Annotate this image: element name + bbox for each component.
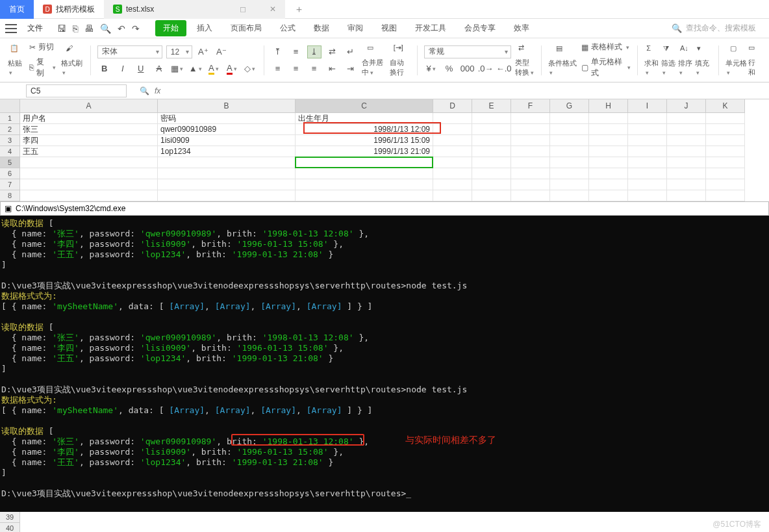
cell[interactable] (628, 135, 667, 146)
ribbon-tab-review[interactable]: 审阅 (340, 20, 371, 36)
cell[interactable]: qwer090910989 (158, 124, 296, 135)
cell[interactable] (550, 135, 589, 146)
row-header[interactable]: 2 (0, 124, 20, 135)
spreadsheet-grid[interactable]: A B C D E F G H I J K 1 用户名 密码 出生年月 2 张三… (0, 99, 769, 201)
indent-dec-icon[interactable]: ⇤ (325, 62, 340, 75)
cell[interactable] (706, 124, 745, 135)
ribbon-tab-formula[interactable]: 公式 (272, 20, 303, 36)
cell[interactable] (589, 146, 628, 157)
qat-print-icon[interactable]: 🖶 (84, 23, 94, 34)
cell[interactable] (550, 179, 589, 190)
cell[interactable] (628, 157, 667, 168)
ribbon-tab-insert[interactable]: 插入 (189, 20, 220, 36)
cell[interactable] (433, 146, 472, 157)
thousands-icon[interactable]: 000 (460, 62, 475, 75)
cell[interactable] (511, 168, 550, 179)
border-button[interactable]: ▦▾ (170, 62, 184, 75)
cell[interactable] (589, 124, 628, 135)
type-convert-button[interactable]: ⇄ 类型转换▾ (515, 44, 535, 77)
cell[interactable] (472, 124, 511, 135)
cell[interactable] (511, 135, 550, 146)
cell[interactable]: 王五 (20, 146, 158, 157)
cell[interactable]: 1996/1/13 15:09 (296, 135, 433, 146)
align-right-icon[interactable]: ≡ (307, 62, 321, 75)
cell[interactable] (472, 113, 511, 124)
row-header[interactable]: 6 (0, 168, 20, 179)
cmd-body[interactable]: 读取的数据 [ { name: '张三', password: 'qwer090… (0, 216, 769, 512)
cell[interactable] (667, 146, 706, 157)
cell[interactable] (706, 135, 745, 146)
align-top-icon[interactable]: ⤒ (271, 45, 285, 58)
tab-template[interactable]: D 找稻壳模板 (34, 0, 104, 19)
table-style-button[interactable]: ▦ 表格样式▾ (581, 42, 631, 53)
increase-font-icon[interactable]: A⁺ (196, 45, 210, 58)
cell[interactable] (20, 190, 158, 201)
cell[interactable]: 李四 (20, 135, 158, 146)
sum-button[interactable]: Σ求和▾ (644, 44, 661, 76)
cell[interactable]: 用户名 (20, 113, 158, 124)
indent-inc-icon[interactable]: ⇥ (344, 62, 358, 75)
cell[interactable] (472, 135, 511, 146)
cell[interactable]: 密码 (158, 113, 296, 124)
cell[interactable] (158, 190, 296, 201)
cell[interactable] (296, 168, 433, 179)
col-header[interactable]: J (667, 99, 706, 113)
dec-inc-icon[interactable]: .0→ (479, 62, 493, 75)
cell[interactable] (667, 190, 706, 201)
cell[interactable] (433, 113, 472, 124)
cell[interactable] (589, 190, 628, 201)
col-header[interactable]: E (472, 99, 511, 113)
cell[interactable] (589, 168, 628, 179)
cell[interactable] (472, 168, 511, 179)
col-header[interactable]: K (706, 99, 745, 113)
format-painter-button[interactable]: 🖌 格式刷▾ (61, 44, 84, 76)
fill-color-button[interactable]: ▲▾ (188, 62, 203, 75)
cell[interactable] (472, 157, 511, 168)
col-header[interactable]: D (433, 99, 472, 113)
cell[interactable] (433, 190, 472, 201)
fx-icon[interactable]: fx (155, 86, 160, 95)
cell[interactable] (667, 168, 706, 179)
col-header[interactable]: A (20, 99, 158, 113)
qat-save-icon[interactable]: 🖫 (57, 23, 66, 34)
new-tab-button[interactable]: ＋ (285, 3, 313, 16)
cell[interactable] (550, 124, 589, 135)
cell[interactable] (706, 146, 745, 157)
row-header[interactable]: 5 (0, 157, 20, 168)
cell[interactable] (296, 179, 433, 190)
cell[interactable] (667, 113, 706, 124)
qat-preview-icon[interactable]: 🔍 (100, 23, 111, 34)
command-search[interactable]: 🔍 查找命令、搜索模板 (672, 23, 756, 34)
cell[interactable] (550, 157, 589, 168)
cell[interactable] (589, 135, 628, 146)
paste-button[interactable]: 📋 粘贴▾ (8, 44, 24, 76)
wrap-icon[interactable]: ↵ (344, 45, 358, 58)
cell[interactable]: 出生年月 (296, 113, 433, 124)
cell[interactable] (472, 179, 511, 190)
qat-redo-icon[interactable]: ↷ (132, 23, 140, 34)
cell[interactable]: 1999/1/13 21:09 (296, 146, 433, 157)
italic-button[interactable]: I (116, 62, 130, 75)
cell[interactable] (511, 157, 550, 168)
cell[interactable] (158, 179, 296, 190)
currency-icon[interactable]: ¥▾ (424, 62, 438, 75)
font-color-button[interactable]: A▾ (225, 62, 239, 75)
row-header[interactable]: 39 (0, 512, 20, 523)
cell[interactable] (511, 113, 550, 124)
cell[interactable] (511, 190, 550, 201)
cell[interactable] (706, 157, 745, 168)
cell-style-button[interactable]: ▢ 单元格样式▾ (581, 57, 631, 79)
orientation-icon[interactable]: ⇄ (325, 45, 340, 58)
wrap-text-button[interactable]: [⇥] 自动换行 (390, 44, 410, 77)
col-header[interactable]: I (628, 99, 667, 113)
select-all-corner[interactable] (0, 99, 20, 113)
strike-button[interactable]: A (152, 62, 166, 75)
cell[interactable]: 张三 (20, 124, 158, 135)
cell[interactable] (706, 168, 745, 179)
align-center-icon[interactable]: ≡ (289, 62, 303, 75)
col-header[interactable]: C (296, 99, 433, 113)
cond-format-button[interactable]: ▤ 条件格式▾ (548, 44, 577, 76)
cell[interactable] (472, 146, 511, 157)
cell[interactable] (550, 146, 589, 157)
underline-button[interactable]: U (134, 62, 148, 75)
